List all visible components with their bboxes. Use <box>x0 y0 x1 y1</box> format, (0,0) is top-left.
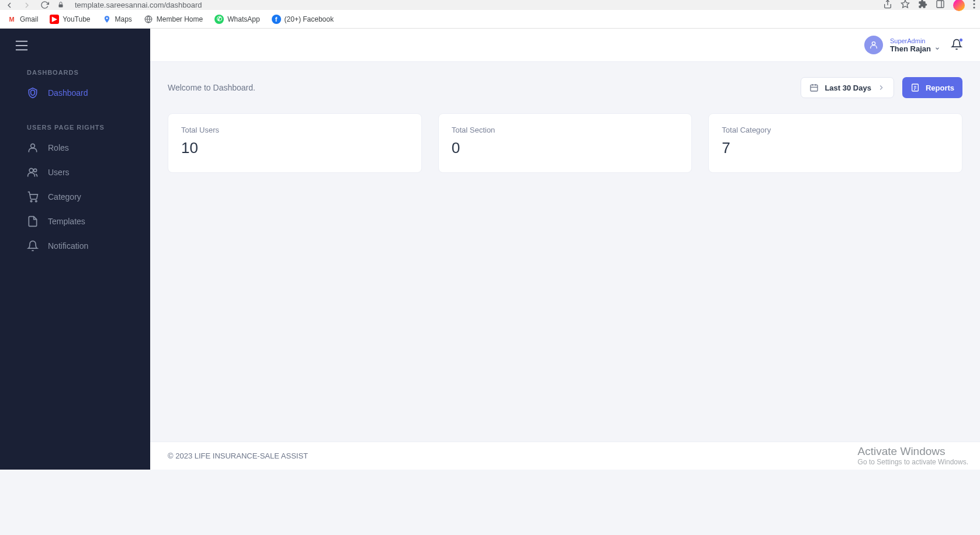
star-icon[interactable] <box>901 0 910 11</box>
bookmark-label: WhatsApp <box>227 15 259 23</box>
svg-rect-3 <box>937 1 944 8</box>
sidebar-label: Roles <box>48 143 69 152</box>
bookmark-label: Gmail <box>20 15 38 23</box>
notification-dot <box>959 38 963 42</box>
report-icon <box>910 83 920 92</box>
svg-point-18 <box>872 42 875 45</box>
sidebar-item-templates[interactable]: Templates <box>0 209 150 234</box>
hamburger-button[interactable] <box>0 29 150 62</box>
bookmark-memberhome[interactable]: Member Home <box>144 15 203 24</box>
bookmark-label: Member Home <box>157 15 203 23</box>
sidebar-label: Notification <box>48 241 88 251</box>
card-value: 0 <box>452 139 679 157</box>
reports-label: Reports <box>926 84 954 92</box>
back-button[interactable] <box>5 1 14 10</box>
chevron-right-icon <box>877 84 885 92</box>
card-label: Total Section <box>452 126 679 134</box>
date-range-button[interactable]: Last 30 Days <box>801 77 894 98</box>
svg-point-15 <box>34 169 37 172</box>
card-label: Total Category <box>722 126 949 134</box>
welcome-text: Welcome to Dashboard. <box>168 83 255 92</box>
sidebar-label: Users <box>48 168 70 177</box>
user-menu[interactable]: SuperAdmin Then Rajan <box>864 36 940 54</box>
notifications-button[interactable] <box>951 39 962 52</box>
svg-rect-0 <box>59 4 63 7</box>
sidebar: DASHBOARDS Dashboard USERS PAGE RIGHTS R… <box>0 29 150 470</box>
shield-icon <box>27 87 39 99</box>
bell-icon <box>27 240 39 252</box>
avatar-icon <box>864 36 883 54</box>
cart-icon <box>27 191 39 203</box>
extensions-icon[interactable] <box>918 0 927 11</box>
card-label: Total Users <box>181 126 408 134</box>
bookmark-maps[interactable]: Maps <box>102 15 132 24</box>
footer: © 2023 LIFE INSURANCE-SALE ASSIST <box>150 442 980 470</box>
reload-button[interactable] <box>40 1 49 10</box>
svg-point-16 <box>30 200 32 202</box>
user-name: Then Rajan <box>890 44 940 53</box>
svg-point-7 <box>973 6 975 8</box>
bookmark-label: YouTube <box>63 15 90 23</box>
bookmark-label: (20+) Facebook <box>285 15 334 23</box>
sidebar-item-dashboard[interactable]: Dashboard <box>0 81 150 105</box>
sidebar-icon[interactable] <box>936 0 945 11</box>
sidebar-label: Category <box>48 192 81 202</box>
svg-point-8 <box>106 17 108 19</box>
user-icon <box>27 142 39 154</box>
card-value: 7 <box>722 139 949 157</box>
share-icon[interactable] <box>883 0 892 11</box>
lock-icon <box>57 1 64 9</box>
bookmark-label: Maps <box>115 15 132 23</box>
main-area: SuperAdmin Then Rajan Welcome to Dashboa… <box>150 29 980 470</box>
forward-button[interactable] <box>22 1 32 10</box>
footer-text: © 2023 LIFE INSURANCE-SALE ASSIST <box>168 451 308 460</box>
bookmark-youtube[interactable]: ▶YouTube <box>50 15 90 24</box>
profile-avatar-icon[interactable] <box>953 0 965 11</box>
date-range-label: Last 30 Days <box>825 84 871 92</box>
file-icon <box>27 216 39 227</box>
bookmark-gmail[interactable]: MGmail <box>7 15 38 24</box>
chevron-down-icon <box>934 46 940 51</box>
browser-address-bar: template.sareesannai.com/dashboard <box>0 0 980 10</box>
sidebar-item-notification[interactable]: Notification <box>0 234 150 258</box>
users-icon <box>27 166 39 178</box>
topbar: SuperAdmin Then Rajan <box>150 29 980 62</box>
card-value: 10 <box>181 139 408 157</box>
bookmark-whatsapp[interactable]: ✆WhatsApp <box>214 15 259 24</box>
kebab-menu-icon[interactable] <box>973 0 975 11</box>
card-total-users: Total Users 10 <box>168 113 422 173</box>
reports-button[interactable]: Reports <box>902 77 962 98</box>
sidebar-item-roles[interactable]: Roles <box>0 136 150 160</box>
svg-point-14 <box>29 168 33 172</box>
user-role: SuperAdmin <box>890 37 940 44</box>
bookmark-facebook[interactable]: f(20+) Facebook <box>272 15 334 24</box>
sidebar-item-users[interactable]: Users <box>0 160 150 185</box>
svg-marker-2 <box>901 0 909 8</box>
svg-point-17 <box>36 200 37 202</box>
sidebar-item-category[interactable]: Category <box>0 185 150 209</box>
card-total-section: Total Section 0 <box>438 113 692 173</box>
sidebar-section-rights: USERS PAGE RIGHTS <box>0 117 150 136</box>
sidebar-section-dashboards: DASHBOARDS <box>0 62 150 81</box>
bookmarks-bar: MGmail ▶YouTube Maps Member Home ✆WhatsA… <box>0 10 980 29</box>
content: Welcome to Dashboard. Last 30 Days Repor… <box>150 62 980 442</box>
sidebar-label: Dashboard <box>48 88 88 98</box>
card-total-category: Total Category 7 <box>708 113 962 173</box>
svg-point-5 <box>973 0 975 2</box>
calendar-icon <box>809 83 819 92</box>
url-text[interactable]: template.sareesannai.com/dashboard <box>75 1 875 9</box>
svg-rect-19 <box>811 85 818 91</box>
svg-point-6 <box>973 3 975 5</box>
sidebar-label: Templates <box>48 217 85 226</box>
svg-point-13 <box>31 144 35 148</box>
